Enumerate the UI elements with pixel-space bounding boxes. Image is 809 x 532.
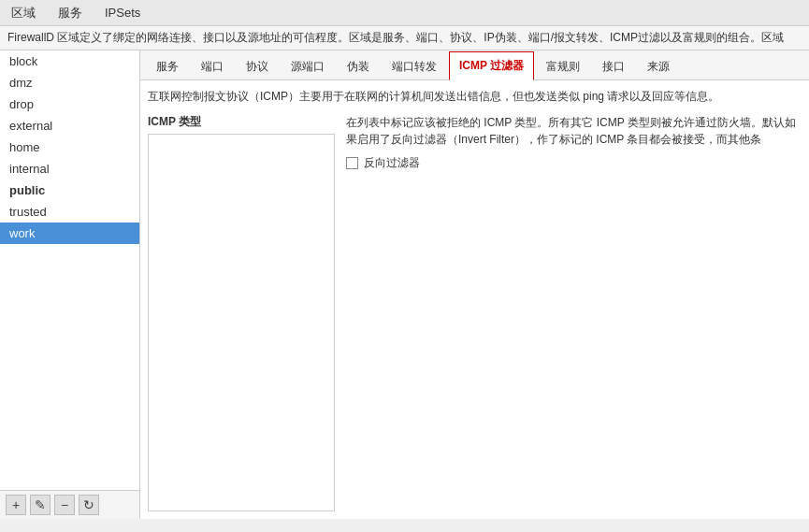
add-zone-button[interactable]: + <box>6 495 26 515</box>
tab-富规则[interactable]: 富规则 <box>536 52 590 80</box>
sidebar-item-internal[interactable]: internal <box>0 158 139 180</box>
icmp-section-desc: 互联网控制报文协议（ICMP）主要用于在联网的计算机间发送出错信息，但也发送类似… <box>148 88 802 105</box>
tab-协议[interactable]: 协议 <box>236 52 279 80</box>
main-layout: blockdmzdropexternalhomeinternalpublictr… <box>0 50 809 519</box>
tab-来源[interactable]: 来源 <box>637 52 680 80</box>
menu-bar: 区域 服务 IPSets <box>0 0 809 26</box>
content-body: 互联网控制报文协议（ICMP）主要用于在联网的计算机间发送出错信息，但也发送类似… <box>140 80 809 519</box>
menu-zones[interactable]: 区域 <box>7 3 39 23</box>
tab-端口转发[interactable]: 端口转发 <box>382 52 447 80</box>
invert-filter-row: 反向过滤器 <box>346 155 802 171</box>
tab-服务[interactable]: 服务 <box>146 52 189 80</box>
sidebar-item-drop[interactable]: drop <box>0 93 139 115</box>
tab-源端口[interactable]: 源端口 <box>281 52 335 80</box>
invert-filter-checkbox[interactable] <box>346 157 358 169</box>
sidebar-item-external[interactable]: external <box>0 115 139 137</box>
icmp-layout: ICMP 类型 在列表中标记应该被拒绝的 ICMP 类型。所有其它 ICMP 类… <box>148 114 802 511</box>
remove-zone-button[interactable]: − <box>54 495 75 515</box>
content-area: 服务端口协议源端口伪装端口转发ICMP 过滤器富规则接口来源 互联网控制报文协议… <box>140 50 809 519</box>
sidebar-footer: + ✎ − ↻ <box>0 490 139 519</box>
sidebar-item-public[interactable]: public <box>0 180 139 201</box>
sidebar-item-block[interactable]: block <box>0 50 139 72</box>
sidebar-item-trusted[interactable]: trusted <box>0 201 139 223</box>
description-bar: FirewallD 区域定义了绑定的网络连接、接口以及源地址的可信程度。区域是服… <box>0 26 809 50</box>
tab-伪装[interactable]: 伪装 <box>337 52 380 80</box>
sidebar: blockdmzdropexternalhomeinternalpublictr… <box>0 50 140 519</box>
icmp-list-header: ICMP 类型 <box>148 114 335 130</box>
icmp-right-desc: 在列表中标记应该被拒绝的 ICMP 类型。所有其它 ICMP 类型则被允许通过防… <box>346 114 802 148</box>
icmp-list-panel: ICMP 类型 <box>148 114 335 511</box>
sidebar-item-dmz[interactable]: dmz <box>0 72 139 93</box>
sidebar-item-work[interactable]: work <box>0 223 139 244</box>
tab-ICMP-过滤器[interactable]: ICMP 过滤器 <box>449 51 534 80</box>
reload-zone-button[interactable]: ↻ <box>79 495 99 515</box>
tab-接口[interactable]: 接口 <box>592 52 635 80</box>
desc-text: FirewallD 区域定义了绑定的网络连接、接口以及源地址的可信程度。区域是服… <box>7 31 784 44</box>
sidebar-list: blockdmzdropexternalhomeinternalpublictr… <box>0 50 139 490</box>
edit-zone-button[interactable]: ✎ <box>30 495 51 515</box>
menu-services[interactable]: 服务 <box>54 3 86 23</box>
invert-filter-label: 反向过滤器 <box>364 155 420 171</box>
icmp-right-panel: 在列表中标记应该被拒绝的 ICMP 类型。所有其它 ICMP 类型则被允许通过防… <box>346 114 802 511</box>
tab-端口[interactable]: 端口 <box>191 52 234 80</box>
menu-ipsets[interactable]: IPSets <box>101 4 144 22</box>
sidebar-item-home[interactable]: home <box>0 137 139 158</box>
tab-bar: 服务端口协议源端口伪装端口转发ICMP 过滤器富规则接口来源 <box>140 50 809 80</box>
icmp-type-list <box>148 134 335 511</box>
